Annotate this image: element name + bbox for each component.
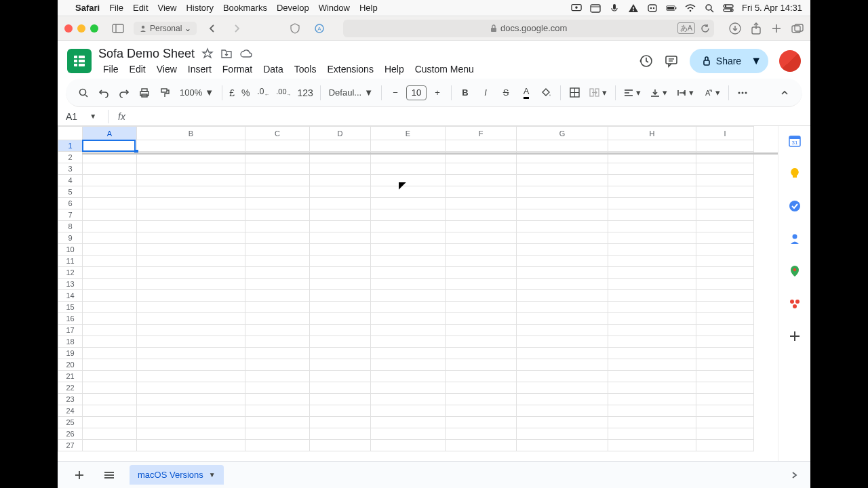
cell-B6[interactable]	[137, 198, 245, 209]
menubar-clock[interactable]: Fri 5. Apr 14:31	[742, 3, 802, 13]
cell-F8[interactable]	[446, 221, 517, 232]
cell-A9[interactable]	[83, 232, 137, 244]
cell-H15[interactable]	[608, 302, 696, 313]
cell-I27[interactable]	[696, 440, 754, 451]
window-minimize[interactable]	[77, 24, 85, 33]
cell-I11[interactable]	[696, 256, 754, 267]
cell-B4[interactable]	[137, 175, 245, 186]
cell-F18[interactable]	[446, 336, 517, 348]
cell-B24[interactable]	[137, 405, 245, 417]
increase-decimal-button[interactable]: .00→	[274, 83, 293, 102]
cell-G18[interactable]	[517, 336, 608, 348]
col-header-I[interactable]: I	[696, 127, 754, 140]
cell-B3[interactable]	[137, 163, 245, 175]
doc-title[interactable]: Sofa Demo Sheet	[98, 47, 195, 61]
cell-A19[interactable]	[83, 348, 137, 359]
cell-D8[interactable]	[310, 221, 371, 232]
window-close[interactable]	[64, 24, 73, 33]
font-size-decrease[interactable]: −	[386, 83, 405, 102]
currency-button[interactable]: £	[226, 83, 237, 102]
row-header-10[interactable]: 10	[58, 244, 83, 256]
row-header-3[interactable]: 3	[58, 163, 83, 175]
cell-B10[interactable]	[137, 244, 245, 256]
text-color-button[interactable]: A	[517, 83, 536, 102]
cell-I17[interactable]	[696, 325, 754, 336]
comments-icon[interactable]	[664, 54, 679, 68]
cell-D18[interactable]	[310, 336, 371, 348]
cell-H18[interactable]	[608, 336, 696, 348]
cell-A16[interactable]	[83, 313, 137, 325]
cell-H27[interactable]	[608, 440, 696, 451]
warning-icon[interactable]	[628, 3, 639, 13]
paint-format-icon[interactable]	[155, 83, 174, 102]
cell-F17[interactable]	[446, 325, 517, 336]
merge-button[interactable]: ▾	[585, 83, 611, 102]
add-sheet-button[interactable]	[70, 466, 89, 485]
cell-I5[interactable]	[696, 186, 754, 198]
cell-A12[interactable]	[83, 267, 137, 279]
calendar-icon[interactable]	[590, 3, 601, 13]
borders-button[interactable]	[565, 83, 584, 102]
cell-F20[interactable]	[446, 359, 517, 371]
cell-F27[interactable]	[446, 440, 517, 451]
cell-A5[interactable]	[83, 186, 137, 198]
cell-H22[interactable]	[608, 382, 696, 394]
row-header-16[interactable]: 16	[58, 313, 83, 325]
cell-B7[interactable]	[137, 209, 245, 221]
cell-I22[interactable]	[696, 382, 754, 394]
cell-C23[interactable]	[245, 394, 310, 405]
decrease-decimal-button[interactable]: .0←	[254, 83, 273, 102]
cell-A21[interactable]	[83, 371, 137, 382]
row-header-9[interactable]: 9	[58, 232, 83, 244]
cell-B27[interactable]	[137, 440, 245, 451]
spreadsheet-grid[interactable]: ABCDEFGHI1234567891011121314151617181920…	[58, 126, 778, 461]
select-all-corner[interactable]	[58, 127, 83, 140]
sheets-logo-icon[interactable]	[67, 49, 92, 73]
downloads-icon[interactable]	[729, 22, 741, 35]
menu-file[interactable]: File	[109, 3, 123, 13]
privacy-report-icon[interactable]	[286, 20, 304, 37]
cell-A27[interactable]	[83, 440, 137, 451]
italic-button[interactable]: I	[476, 83, 495, 102]
cell-G26[interactable]	[517, 428, 608, 440]
cell-I24[interactable]	[696, 405, 754, 417]
cell-E13[interactable]	[371, 279, 446, 290]
cell-F26[interactable]	[446, 428, 517, 440]
cell-D23[interactable]	[310, 394, 371, 405]
cell-E21[interactable]	[371, 371, 446, 382]
menu-edit[interactable]: Edit	[133, 3, 148, 13]
cell-A8[interactable]	[83, 221, 137, 232]
cell-A23[interactable]	[83, 394, 137, 405]
cell-B12[interactable]	[137, 267, 245, 279]
cell-C15[interactable]	[245, 302, 310, 313]
cell-H11[interactable]	[608, 256, 696, 267]
cell-A25[interactable]	[83, 417, 137, 428]
cell-B19[interactable]	[137, 348, 245, 359]
row-header-20[interactable]: 20	[58, 359, 83, 371]
row-header-21[interactable]: 21	[58, 371, 83, 382]
cell-A14[interactable]	[83, 290, 137, 302]
cell-D5[interactable]	[310, 186, 371, 198]
cell-H21[interactable]	[608, 371, 696, 382]
cell-H10[interactable]	[608, 244, 696, 256]
battery-icon[interactable]	[666, 3, 677, 13]
cell-I1[interactable]	[696, 140, 754, 152]
cell-B20[interactable]	[137, 359, 245, 371]
cell-B23[interactable]	[137, 394, 245, 405]
row-header-25[interactable]: 25	[58, 417, 83, 428]
cell-F3[interactable]	[446, 163, 517, 175]
cell-G1[interactable]	[517, 140, 608, 152]
menu-view[interactable]: View	[158, 3, 177, 13]
cell-D19[interactable]	[310, 348, 371, 359]
cell-G4[interactable]	[517, 175, 608, 186]
sidebar-toggle-icon[interactable]	[109, 20, 127, 37]
col-header-C[interactable]: C	[245, 127, 310, 140]
keep-addon-icon[interactable]	[788, 167, 802, 180]
font-select[interactable]: Defaul...▼	[325, 83, 377, 102]
cell-C22[interactable]	[245, 382, 310, 394]
cell-G7[interactable]	[517, 209, 608, 221]
cell-C9[interactable]	[245, 232, 310, 244]
cell-D16[interactable]	[310, 313, 371, 325]
cell-E23[interactable]	[371, 394, 446, 405]
menu-edit[interactable]: Edit	[125, 62, 151, 76]
